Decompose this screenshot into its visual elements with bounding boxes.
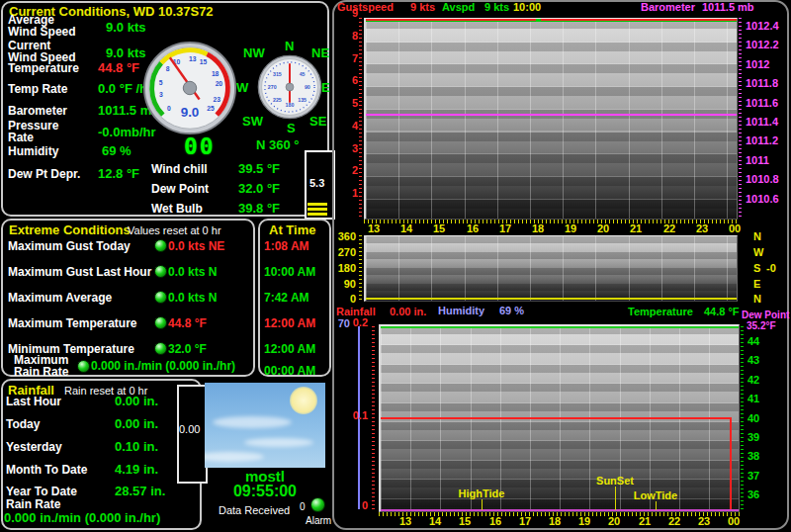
meter-bar xyxy=(308,213,327,216)
x-axis-label: 19 xyxy=(559,223,582,234)
event-time: 1:08 AM xyxy=(264,240,309,252)
forecast-text: mostl xyxy=(205,470,325,483)
row-label: Dew Pt Depr. xyxy=(8,168,80,180)
gauge-tick: 18 xyxy=(212,70,220,77)
cardinal-nw: NW xyxy=(243,46,265,59)
x-axis-label: 15 xyxy=(453,516,477,527)
lowtide-marker xyxy=(656,501,657,510)
rain-axis-label: 0.1 xyxy=(348,410,368,421)
cardinal-s: S xyxy=(287,122,296,134)
meter-bar xyxy=(308,203,327,206)
y-axis-label: 1011 xyxy=(746,155,769,166)
gauge-tick: 8 xyxy=(166,65,170,72)
temperature-line xyxy=(381,326,739,328)
y-axis-label: 4 xyxy=(340,121,358,132)
row-label: Barometer xyxy=(8,105,67,117)
row-value: 0.00 in. xyxy=(115,417,158,430)
x-axis-label: 17 xyxy=(493,223,517,234)
status-led xyxy=(154,239,167,252)
row-label: Last Hour xyxy=(6,396,61,407)
row-value: 44.8 °F xyxy=(98,61,139,74)
row-label: Wind chill xyxy=(151,163,208,175)
gauge-readout: 9.0 xyxy=(181,105,200,120)
y-axis-label: 1012.2 xyxy=(746,40,779,50)
event-time: 12:00 AM xyxy=(264,343,315,355)
cardinal-n: N xyxy=(285,40,294,52)
rain-bar-value: 0.00 xyxy=(179,424,200,435)
x-axis-label: 20 xyxy=(602,516,626,527)
legend-barometer-value: 1011.5 mb xyxy=(702,2,754,13)
lowtide-annotation: LowTide xyxy=(626,490,685,501)
current-conditions-panel: Current Conditions, WD 10.37S72 Average … xyxy=(1,1,329,217)
row-label: Current Wind Speed xyxy=(8,40,76,63)
legend-humidity-label: Humidity xyxy=(438,306,484,316)
gauge-tick: 15 xyxy=(200,58,208,65)
legend-time: 10:00 xyxy=(513,2,541,13)
y-axis-label: 1011.2 xyxy=(746,135,778,146)
daily-rain-line xyxy=(381,417,732,419)
wind-barometer-chart[interactable] xyxy=(364,18,738,220)
y-axis-label: 39 xyxy=(747,432,759,443)
gauge-tick: 20 xyxy=(216,80,223,87)
aux-meter: 5.3 xyxy=(305,150,335,220)
row-label: Temperature xyxy=(8,62,79,74)
avspd-dot xyxy=(536,19,541,22)
x-axis-label: 22 xyxy=(662,516,686,527)
y-axis-label: 5 xyxy=(340,98,358,109)
y-axis-label: 38 xyxy=(747,451,759,462)
row-label: Maximum Gust Today xyxy=(8,240,131,252)
row-label: Maximum Gust Last Hour xyxy=(8,266,151,278)
rain-rate-label: Rain Rate xyxy=(6,498,60,510)
x-axis-label: 14 xyxy=(395,223,418,234)
y-axis-label: 36 xyxy=(747,489,759,500)
x-axis-label: 17 xyxy=(513,516,537,527)
rain-bar-gauge: 0.00 xyxy=(177,385,208,484)
y-axis-label: 1011.6 xyxy=(746,98,778,109)
alarm-led[interactable] xyxy=(310,497,325,512)
rain-rate-value: 0.000 in./min (0.000 in./hr) xyxy=(4,511,160,524)
status-led xyxy=(154,316,167,329)
compass-tick: 45 xyxy=(300,71,306,77)
x-axis-label: 23 xyxy=(690,223,714,234)
wind-direction-chart[interactable] xyxy=(364,235,738,302)
y-axis-label: 360 xyxy=(332,231,356,242)
panel-subtitle: Values reset at 0 hr xyxy=(128,225,221,236)
sun-icon xyxy=(290,387,317,414)
daily-rain-reset-line xyxy=(730,417,732,511)
x-axis-label: 14 xyxy=(423,516,447,527)
rain-axis-label: 0 xyxy=(348,500,368,511)
y-axis-label: 41 xyxy=(747,394,759,404)
status-led xyxy=(154,265,167,278)
row-value: 28.57 in. xyxy=(115,485,165,497)
rain-temp-chart[interactable] xyxy=(379,324,740,512)
x-axis-ticks xyxy=(364,220,738,223)
y-axis-label: 270 xyxy=(332,247,356,258)
direction-axis-label: S xyxy=(753,263,760,274)
row-label: Dew Point xyxy=(151,183,209,195)
direction-axis-label: E xyxy=(753,279,760,290)
y-axis-label: 90 xyxy=(332,279,356,290)
rain-axis-label: 0.2 xyxy=(348,317,368,328)
status-led xyxy=(154,291,167,304)
y-axis-label: 6 xyxy=(340,75,358,86)
direction-axis-label: W xyxy=(753,247,763,258)
row-value: 32.0 °F xyxy=(168,343,207,355)
x-axis-label: 00 xyxy=(723,223,747,234)
x-axis-label: 18 xyxy=(543,516,567,527)
y-axis-label: 40 xyxy=(747,413,759,424)
y-axis-label: 180 xyxy=(332,263,356,274)
row-value: 12.8 °F xyxy=(98,167,139,180)
status-led xyxy=(154,342,167,355)
at-time-header: At Time xyxy=(269,223,315,236)
data-received-count: 0 xyxy=(300,501,306,512)
legend-barometer-label: Barometer xyxy=(641,2,695,13)
row-value: 9.0 kts xyxy=(106,21,145,34)
wind-speed-gauge: 0 3 5 8 10 13 15 18 20 23 25 9.0 xyxy=(142,41,237,135)
gauge-tick: 25 xyxy=(207,105,215,112)
aux-meter-value: 5.3 xyxy=(309,178,324,189)
y-axis-label: 2 xyxy=(340,165,358,176)
wind-direction-compass: 45 90 135 180 225 270 315 xyxy=(257,54,322,120)
cardinal-ne: NE xyxy=(311,46,329,59)
event-time: 7:42 AM xyxy=(264,292,309,304)
row-label: Temp Rate xyxy=(8,83,67,95)
